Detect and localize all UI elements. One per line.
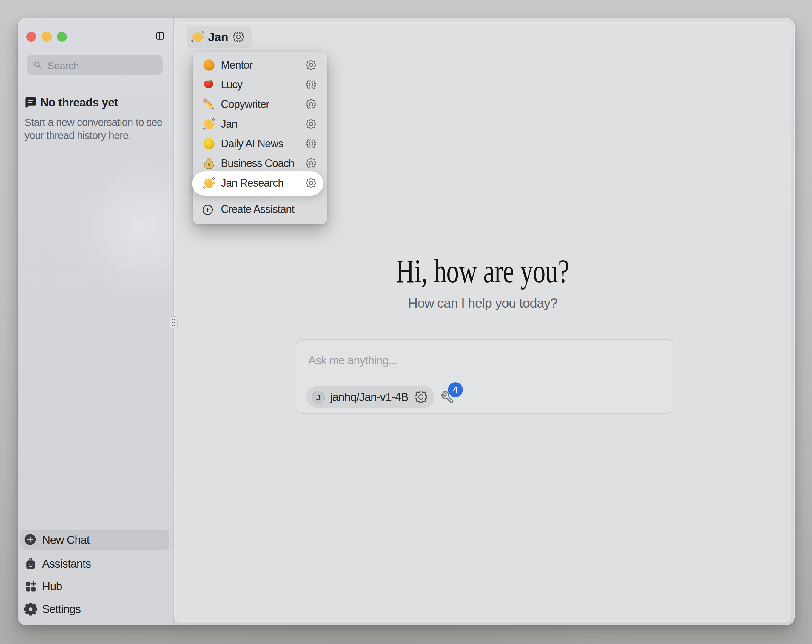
svg-text:$: $ [208, 161, 210, 167]
